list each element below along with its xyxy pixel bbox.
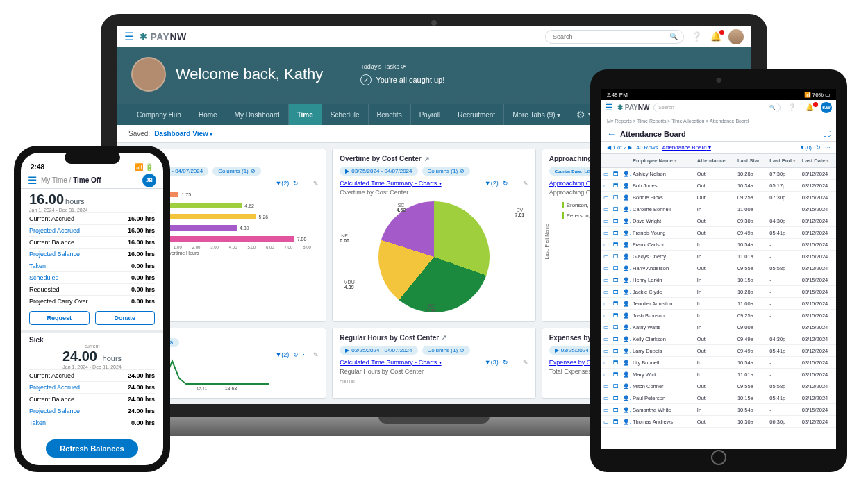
edit-icon[interactable]: ✎ bbox=[313, 351, 319, 358]
table-row[interactable]: ▭🗔👤Larry DuboisOut09:49a05:41p03/12/2024 bbox=[601, 345, 836, 357]
row-card-icon[interactable]: 🗔 bbox=[611, 383, 621, 389]
row-person-icon[interactable]: 👤 bbox=[621, 360, 631, 366]
help-icon[interactable]: ❔ bbox=[690, 31, 703, 42]
table-row[interactable]: ▭🗔👤Lily BonnellIn10:54a-03/15/2024 bbox=[601, 357, 836, 369]
edit-icon[interactable]: ✎ bbox=[523, 359, 528, 366]
table-row[interactable]: ▭🗔👤Francis YoungOut09:49a05:41p03/12/202… bbox=[601, 227, 836, 239]
table-row[interactable]: ▭🗔👤Jennifer AnnistonIn11:00a-03/15/2024 bbox=[601, 298, 836, 310]
row-card-icon[interactable]: 🗔 bbox=[611, 194, 621, 201]
row-card-icon[interactable]: 🗔 bbox=[611, 265, 621, 271]
popout-icon[interactable]: ↗ bbox=[442, 334, 447, 341]
table-row[interactable]: ▭🗔👤Josh BronsonIn09:25a-03/15/2024 bbox=[601, 310, 836, 321]
nav-company-hub[interactable]: Company Hub bbox=[128, 104, 190, 125]
row-person-icon[interactable]: 👤 bbox=[621, 289, 631, 295]
more-icon[interactable]: ⋯ bbox=[303, 351, 309, 358]
refresh-icon[interactable]: ↻ bbox=[503, 359, 508, 366]
table-row[interactable]: ▭🗔👤Gladys CherryIn11:01a-03/15/2024 bbox=[601, 251, 836, 262]
row-person-icon[interactable]: 👤 bbox=[621, 348, 631, 354]
filter-icon[interactable]: ▼(0) bbox=[799, 144, 812, 151]
table-row[interactable]: ▭🗔👤Bonnie HicksOut09:25a07:30p03/15/2024 bbox=[601, 192, 836, 203]
row-person-icon[interactable]: 👤 bbox=[621, 312, 631, 319]
table-row[interactable]: ▭🗔👤Ashley NelsonOut10:28a07:30p03/12/202… bbox=[601, 168, 836, 180]
table-row[interactable]: ▭🗔👤Bob JonesOut10:34a05:17p03/12/2024 bbox=[601, 180, 836, 192]
col-header[interactable]: Attendance Status bbox=[695, 158, 735, 164]
table-row[interactable]: ▭🗔👤Kelly ClarksonOut09:49a04:30p03/12/20… bbox=[601, 333, 836, 345]
donate-button[interactable]: Donate bbox=[95, 311, 156, 325]
refresh-icon[interactable]: ↻ bbox=[293, 180, 299, 187]
row-person-icon[interactable]: 👤 bbox=[621, 277, 631, 283]
more-icon[interactable]: ⋯ bbox=[512, 359, 519, 366]
nav-my-dashboard[interactable]: My Dashboard bbox=[226, 104, 289, 125]
filter-icon[interactable]: ▼(2) bbox=[485, 180, 499, 187]
row-card-icon[interactable]: 🗔 bbox=[611, 371, 621, 378]
search-input[interactable]: Search🔍 bbox=[653, 103, 781, 112]
row-action-icon[interactable]: ▭ bbox=[601, 301, 611, 307]
row-action-icon[interactable]: ▭ bbox=[601, 289, 611, 295]
row-action-icon[interactable]: ▭ bbox=[601, 265, 611, 271]
filter-icon[interactable]: ▼(2) bbox=[275, 180, 289, 187]
table-row[interactable]: ▭🗔👤Thomas AndrewsOut10:30a06:30p03/12/20… bbox=[601, 416, 836, 428]
chart-link[interactable]: Calculated Time Summary - Charts bbox=[340, 180, 441, 187]
chart-link[interactable]: Calculated Time Summary - Charts bbox=[340, 359, 441, 366]
col-header[interactable]: Employee Name bbox=[631, 158, 695, 164]
row-action-icon[interactable]: ▭ bbox=[601, 277, 611, 283]
avatar[interactable] bbox=[728, 29, 744, 44]
row-person-icon[interactable]: 👤 bbox=[621, 253, 631, 260]
row-card-icon[interactable]: 🗔 bbox=[611, 395, 621, 401]
row-action-icon[interactable]: ▭ bbox=[601, 383, 611, 389]
row-card-icon[interactable]: 🗔 bbox=[611, 360, 621, 366]
row-person-icon[interactable]: 👤 bbox=[621, 336, 631, 342]
table-row[interactable]: ▭🗔👤Caroline BonnellIn11:00a-03/15/2024 bbox=[601, 203, 836, 215]
row-person-icon[interactable]: 👤 bbox=[621, 383, 631, 389]
breadcrumb[interactable]: My Reports > Time Reports > Time Allocat… bbox=[601, 115, 836, 126]
columns-pill[interactable]: Columns (1) ⊘ bbox=[212, 167, 261, 176]
row-person-icon[interactable]: 👤 bbox=[621, 371, 631, 378]
more-icon[interactable]: ⋯ bbox=[303, 180, 309, 187]
more-icon[interactable]: ⋯ bbox=[512, 180, 519, 187]
menu-icon[interactable]: ☰ bbox=[606, 103, 613, 112]
row-person-icon[interactable]: 👤 bbox=[621, 230, 631, 236]
row-action-icon[interactable]: ▭ bbox=[601, 336, 611, 342]
col-header[interactable]: Last Start bbox=[735, 158, 767, 164]
dashboard-view-dropdown[interactable]: Dashboard View bbox=[154, 130, 212, 137]
refresh-icon[interactable]: ↻ bbox=[503, 180, 508, 187]
filter-icon[interactable]: ▼(3) bbox=[485, 359, 499, 366]
row-person-icon[interactable]: 👤 bbox=[621, 171, 631, 177]
table-row[interactable]: ▭🗔👤Mary WickIn11:01a-03/15/2024 bbox=[601, 369, 836, 380]
row-person-icon[interactable]: 👤 bbox=[621, 324, 631, 330]
row-action-icon[interactable]: ▭ bbox=[601, 183, 611, 189]
table-row[interactable]: ▭🗔👤Frank CarlsonIn10:54a-03/15/2024 bbox=[601, 239, 836, 251]
nav-recruitment[interactable]: Recruitment bbox=[449, 104, 504, 125]
row-card-icon[interactable]: 🗔 bbox=[611, 171, 621, 177]
nav-time[interactable]: Time bbox=[289, 104, 322, 125]
table-row[interactable]: ▭🗔👤Jackie ClydeIn10:28a-03/15/2024 bbox=[601, 286, 836, 298]
table-row[interactable]: ▭🗔👤Harry AndersonOut09:55a05:58p03/12/20… bbox=[601, 262, 836, 274]
date-range-pill[interactable]: ▶ 03/25/2024 - 04/07/2024 bbox=[340, 346, 417, 355]
row-card-icon[interactable]: 🗔 bbox=[611, 301, 621, 307]
row-card-icon[interactable]: 🗔 bbox=[611, 312, 621, 319]
refresh-balances-button[interactable]: Refresh Balances bbox=[46, 439, 137, 458]
row-action-icon[interactable]: ▭ bbox=[601, 218, 611, 224]
col-header[interactable]: Last Date bbox=[800, 158, 836, 164]
table-row[interactable]: ▭🗔👤Samantha WhiteIn10:54a-03/15/2024 bbox=[601, 404, 836, 416]
page-nav[interactable]: ◀ 1 of 2 ▶ bbox=[607, 144, 632, 151]
row-action-icon[interactable]: ▭ bbox=[601, 419, 611, 425]
avatar[interactable]: JB bbox=[142, 174, 156, 187]
row-person-icon[interactable]: 👤 bbox=[621, 194, 631, 201]
row-card-icon[interactable]: 🗔 bbox=[611, 289, 621, 295]
row-action-icon[interactable]: ▭ bbox=[601, 242, 611, 248]
table-row[interactable]: ▭🗔👤Dave WrightOut09:30a04:30p03/12/2024 bbox=[601, 215, 836, 227]
nav-benefits[interactable]: Benefits bbox=[369, 104, 411, 125]
bell-icon[interactable]: 🔔 bbox=[803, 103, 817, 111]
popout-icon[interactable]: ↗ bbox=[424, 156, 430, 162]
help-icon[interactable]: ❔ bbox=[785, 103, 799, 111]
edit-icon[interactable]: ✎ bbox=[523, 180, 528, 187]
row-action-icon[interactable]: ▭ bbox=[601, 324, 611, 330]
breadcrumb[interactable]: My Time / Time Off bbox=[41, 176, 101, 184]
date-range-pill[interactable]: ▶ 03/25/2024 - 04/07/2024 bbox=[340, 167, 417, 176]
nav-home[interactable]: Home bbox=[190, 104, 226, 125]
bell-icon[interactable]: 🔔 bbox=[709, 31, 723, 42]
row-action-icon[interactable]: ▭ bbox=[601, 194, 611, 201]
row-card-icon[interactable]: 🗔 bbox=[611, 183, 621, 189]
row-person-icon[interactable]: 👤 bbox=[621, 206, 631, 212]
